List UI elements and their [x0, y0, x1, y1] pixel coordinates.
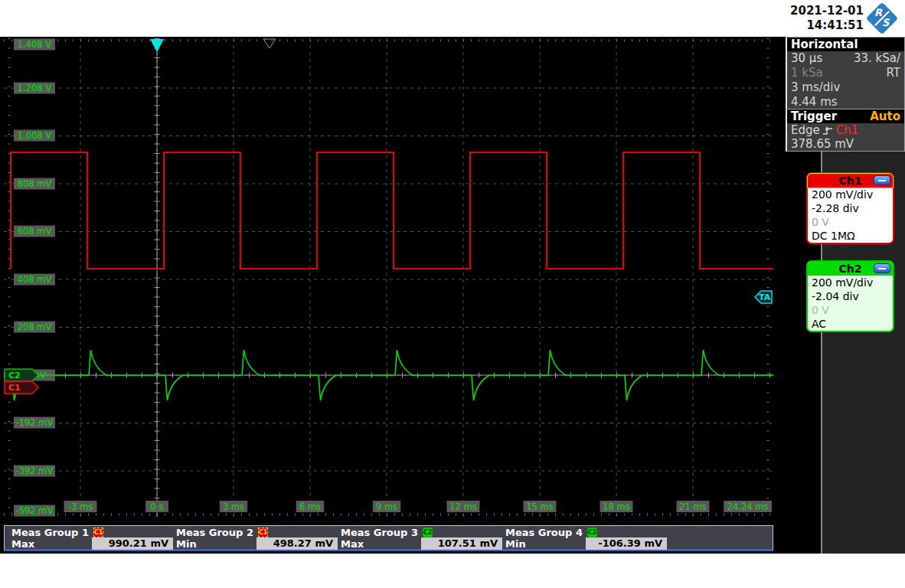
- channel1-offset: 0 V: [808, 215, 893, 229]
- time-label-text: 15 ms: [526, 501, 553, 512]
- voltage-label-text: 1.008 V: [18, 130, 52, 141]
- trigger-panel-header[interactable]: AutoTrigger: [787, 109, 904, 123]
- meas-group-name: Meas Group 3: [341, 527, 418, 538]
- date-text: 2021-12-01: [790, 4, 864, 18]
- voltage-label-text: 1.408 V: [18, 39, 52, 50]
- meas-stat-label: Min: [176, 538, 197, 550]
- meas-stat-label: Max: [341, 538, 364, 550]
- voltage-label-text: -392 mV: [16, 466, 54, 476]
- channel2-position: -2.04 div: [808, 289, 893, 303]
- meas-value: 107.51 mV: [421, 537, 502, 550]
- voltage-label-text: -192 mV: [16, 417, 54, 428]
- meas-stat-label: Min: [505, 538, 526, 550]
- trigger-row-level: 378.65 mV: [787, 137, 904, 151]
- channel2-box[interactable]: Ch2 200 mV/div -2.04 div 0 V AC: [806, 260, 894, 332]
- ch1-trace: [11, 152, 773, 269]
- channel2-offset: 0 V: [808, 303, 893, 317]
- meas-stat-label: Max: [11, 538, 34, 550]
- ch2-trace: [4, 350, 773, 400]
- channel-offset-marker-label: C2: [8, 371, 21, 381]
- horizontal-row-position: 4.44 ms: [787, 95, 904, 109]
- channel1-label: Ch1: [839, 175, 862, 187]
- time-label-text: 0 s: [151, 501, 164, 512]
- channel1-header[interactable]: Ch1: [808, 174, 893, 188]
- title-strip: 2021-12-0114:41:51 R S: [0, 0, 905, 37]
- trigger-panel[interactable]: AutoTrigger EdgeCh1 378.65 mV: [786, 109, 905, 152]
- meas-value: 990.21 mV: [92, 537, 173, 550]
- meas-source-icon: C2: [587, 528, 597, 537]
- channel2-minimize-button[interactable]: [874, 263, 890, 273]
- channel2-scale: 200 mV/div: [808, 276, 893, 289]
- horizontal-title: Horizontal: [791, 38, 858, 51]
- horizontal-row-resolution: 33. kSa/30 µs: [787, 51, 904, 66]
- trigger-position-marker[interactable]: [150, 39, 164, 52]
- meas-group[interactable]: Meas Group 1C1Max990.21 mV: [7, 526, 171, 550]
- voltage-label-text: -592 mV: [16, 505, 54, 516]
- minimize-icon: [878, 268, 886, 270]
- logo-letter-s: S: [882, 17, 889, 28]
- sample-rate-value: 33. kSa/: [854, 51, 900, 66]
- meas-group-name: Meas Group 2: [176, 527, 253, 538]
- trigger-level-marker-label: TA: [759, 292, 771, 302]
- horizontal-row-record: RT1 kSa: [787, 66, 904, 80]
- time-label-text: 9 ms: [376, 501, 397, 512]
- horizontal-row-timebase: 3 ms/div: [787, 80, 904, 95]
- logo-letter-r: R: [874, 7, 882, 18]
- meas-source-icon: C1: [258, 528, 268, 537]
- horizontal-position-value: 4.44 ms: [791, 95, 838, 109]
- trigger-mode-value: Auto: [870, 109, 900, 123]
- meas-value: 498.27 mV: [256, 537, 338, 550]
- record-length-value: 1 kSa: [791, 66, 823, 80]
- minimize-icon: [878, 180, 886, 181]
- meas-source-icon: C1: [93, 528, 103, 537]
- acq-mode-value: RT: [887, 66, 901, 80]
- time-text: 14:41:51: [806, 18, 864, 32]
- voltage-label-text: 1.208 V: [18, 83, 52, 93]
- meas-source-icon: C2: [423, 528, 433, 537]
- reference-point-marker: [263, 39, 276, 48]
- channel1-minimize-button[interactable]: [874, 175, 890, 185]
- time-label-text: 24.24 ms: [727, 501, 769, 512]
- time-label-text: 6 ms: [299, 501, 321, 512]
- voltage-label-text: 608 mV: [18, 226, 52, 237]
- time-label-text: 12 ms: [449, 501, 476, 512]
- meas-group-name: Meas Group 4: [505, 527, 583, 538]
- channel2-label: Ch2: [839, 263, 862, 275]
- meas-group[interactable]: Meas Group 2C1Min498.27 mV: [172, 526, 335, 550]
- bottom-strip: [0, 554, 905, 588]
- meas-group[interactable]: Meas Group 3C2Max107.51 mV: [336, 526, 500, 550]
- rohde-schwarz-logo: R S: [865, 2, 899, 35]
- meas-group-name: Meas Group 1: [11, 527, 89, 538]
- timebase-value: 3 ms/div: [791, 80, 840, 94]
- trigger-level-value: 378.65 mV: [791, 137, 854, 151]
- meas-value: -106.39 mV: [586, 537, 667, 550]
- channel1-position: -2.28 div: [808, 201, 893, 215]
- time-label-text: -3 ms: [68, 501, 93, 512]
- trigger-title: Trigger: [791, 109, 837, 123]
- graticule[interactable]: 1.408 V1.208 V1.008 V808 mV608 mV408 mV2…: [4, 38, 773, 517]
- horizontal-panel[interactable]: Horizontal 33. kSa/30 µs RT1 kSa 3 ms/di…: [786, 37, 905, 110]
- channel2-header[interactable]: Ch2: [808, 262, 893, 276]
- channel1-coupling: DC 1MΩ: [808, 229, 893, 243]
- resolution-value: 30 µs: [791, 51, 822, 65]
- time-label-text: 3 ms: [223, 501, 244, 512]
- channel2-coupling: AC: [808, 317, 893, 331]
- voltage-label-text: 408 mV: [18, 274, 52, 285]
- channel1-scale: 200 mV/div: [808, 188, 893, 201]
- time-label-text: 21 ms: [679, 501, 706, 512]
- voltage-label-text: 208 mV: [18, 322, 52, 332]
- trigger-row-type: EdgeCh1: [787, 123, 904, 137]
- time-label-text: 18 ms: [603, 501, 629, 512]
- voltage-label-text: 808 mV: [18, 178, 52, 189]
- horizontal-panel-header[interactable]: Horizontal: [787, 38, 904, 51]
- meas-group[interactable]: Meas Group 4C2Min-106.39 mV: [501, 526, 665, 550]
- rising-edge-icon: [822, 126, 834, 136]
- datetime-display: 2021-12-0114:41:51: [790, 4, 864, 33]
- trigger-type-value: Edge: [791, 123, 820, 137]
- channel1-box[interactable]: Ch1 200 mV/div -2.28 div 0 V DC 1MΩ: [806, 172, 894, 244]
- trigger-source-value: Ch1: [836, 123, 859, 137]
- channel-offset-marker-label: C1: [8, 383, 21, 393]
- measurement-bar: Meas Group 1C1Max990.21 mVMeas Group 2C1…: [4, 525, 773, 551]
